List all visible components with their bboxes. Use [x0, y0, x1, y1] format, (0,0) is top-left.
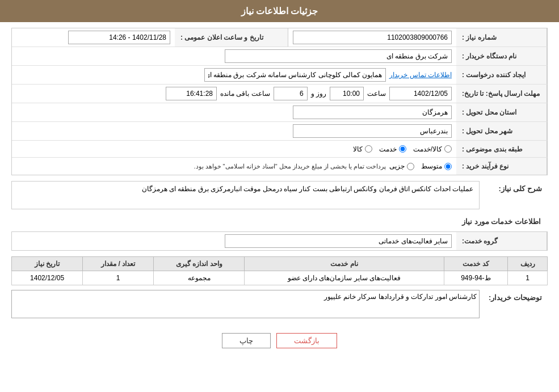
reply-time-input[interactable]: [330, 87, 364, 100]
services-table-section: ردیف کد خدمت نام خدمت واحد اندازه گیری ت…: [11, 256, 548, 285]
row-reply-deadline: مهلت ارسال پاسخ: تا تاریخ: ساعت روز و سا…: [12, 85, 547, 103]
cell-unit: مجموعه: [154, 271, 245, 285]
reply-days-input[interactable]: [274, 87, 308, 100]
cell-code: ط-94-949: [444, 271, 508, 285]
process-radio-motavasset-label: متوسط: [421, 162, 442, 170]
reply-remaining-input[interactable]: [166, 87, 217, 100]
requester-contact-link[interactable]: اطلاعات تماس خریدار: [389, 71, 452, 79]
col-header-unit: واحد اندازه گیری: [154, 257, 245, 271]
cell-row: 1: [508, 271, 548, 285]
service-group-input[interactable]: [225, 234, 452, 248]
reply-time-label: ساعت: [367, 90, 386, 98]
process-radio-motavasset: متوسط: [421, 162, 452, 170]
delivery-province-label: استان محل تحویل :: [456, 103, 547, 121]
col-header-row: ردیف: [508, 257, 548, 271]
footer-buttons: بازگشت چاپ: [11, 324, 548, 357]
buyer-desc-label: توضیحات خریدار:: [480, 290, 548, 305]
reply-date-input[interactable]: [389, 87, 452, 100]
process-radio-jozi: جزیی: [389, 162, 414, 170]
delivery-city-input[interactable]: [293, 124, 452, 138]
reply-deadline-label: مهلت ارسال پاسخ: تا تاریخ:: [456, 85, 547, 103]
general-desc-section: شرح کلی نیاز: عملیات احداث کانکس اتاق فر…: [11, 181, 548, 209]
service-group-value: [12, 232, 456, 250]
requester-label: ایجاد کننده درخواست :: [456, 66, 547, 84]
table-header-row: ردیف کد خدمت نام خدمت واحد اندازه گیری ت…: [12, 257, 548, 271]
main-form: شماره نیاز : تاریخ و ساعت اعلان عمومی : …: [11, 28, 548, 175]
general-desc-label: شرح کلی نیاز:: [480, 181, 548, 196]
row-delivery-city: شهر محل تحویل :: [12, 122, 547, 141]
subject-radio-kala-khadamat-input[interactable]: [444, 145, 452, 153]
col-header-code: کد خدمت: [444, 257, 508, 271]
subject-radio-khadamat: خدمت: [379, 145, 406, 153]
process-radio-motavasset-input[interactable]: [444, 163, 452, 170]
buyer-org-value: [12, 47, 456, 65]
subject-label: طبقه بندی موضوعی :: [456, 141, 547, 157]
reply-deadline-value: ساعت روز و ساعت باقی مانده: [12, 85, 456, 103]
requester-input[interactable]: [204, 68, 386, 82]
process-radio-jozi-label: جزیی: [389, 162, 405, 170]
announce-date-label: تاریخ و ساعت اعلان عمومی :: [175, 28, 288, 47]
buyer-org-label: نام دستگاه خریدار :: [456, 47, 547, 65]
need-number-value: [288, 28, 456, 47]
general-desc-value: عملیات احداث کانکس اتاق فرمان وکانکس ارت…: [11, 181, 480, 209]
subject-value: کالا/خدمت خدمت کالا: [12, 143, 456, 155]
subject-radio-kala-input[interactable]: [365, 145, 372, 153]
col-header-name: نام خدمت: [245, 257, 444, 271]
row-process-type: نوع فرآیند خرید : متوسط جزیی پرداخت تمام…: [12, 158, 547, 175]
need-number-label: شماره نیاز :: [456, 28, 547, 47]
row-subject: طبقه بندی موضوعی : کالا/خدمت خدمت: [12, 141, 547, 158]
back-button[interactable]: بازگشت: [276, 333, 337, 348]
subject-radio-kala: کالا: [353, 145, 372, 153]
subject-radio-khadamat-label: خدمت: [379, 145, 397, 153]
subject-radio-kala-khadamat: کالا/خدمت: [413, 145, 452, 153]
row-service-group: گروه خدمت:: [12, 232, 547, 250]
cell-name: فعالیت‌های سایر سازمان‌های دارای عضو: [245, 271, 444, 285]
requester-value: اطلاعات تماس خریدار: [12, 66, 456, 84]
process-type-label: نوع فرآیند خرید :: [456, 158, 547, 175]
row-need-number: شماره نیاز : تاریخ و ساعت اعلان عمومی :: [12, 28, 547, 47]
reply-days-label: روز و: [311, 90, 326, 98]
cell-date: 1402/12/05: [12, 271, 83, 285]
delivery-city-label: شهر محل تحویل :: [456, 122, 547, 140]
row-requester: ایجاد کننده درخواست : اطلاعات تماس خریدا…: [12, 66, 547, 85]
service-group-label: گروه خدمت:: [456, 232, 547, 250]
services-table: ردیف کد خدمت نام خدمت واحد اندازه گیری ت…: [11, 256, 548, 285]
col-header-qty: تعداد / مقدار: [83, 257, 154, 271]
announce-date-input[interactable]: [68, 31, 170, 44]
col-header-date: تاریخ نیاز: [12, 257, 83, 271]
services-table-body: 1 ط-94-949 فعالیت‌های سایر سازمان‌های دا…: [12, 271, 548, 285]
service-group-section: گروه خدمت:: [11, 231, 548, 251]
subject-radio-khadamat-input[interactable]: [399, 145, 406, 153]
need-number-input[interactable]: [293, 31, 452, 44]
cell-qty: 1: [83, 271, 154, 285]
process-note: پرداخت تمام یا بخشی از مبلغ خریداز محل "…: [194, 163, 386, 170]
buyer-org-input[interactable]: [225, 49, 452, 63]
buyer-desc-section: توضیحات خریدار:: [11, 290, 548, 320]
table-row: 1 ط-94-949 فعالیت‌های سایر سازمان‌های دا…: [12, 271, 548, 285]
process-radio-group: متوسط جزیی: [389, 162, 452, 170]
delivery-province-value: [12, 103, 456, 121]
buyer-desc-textarea[interactable]: [11, 290, 480, 318]
page-title: جزئیات اطلاعات نیاز: [241, 6, 318, 16]
delivery-province-input[interactable]: [293, 106, 452, 119]
subject-radio-kala-label: کالا: [353, 145, 363, 153]
page-header: جزئیات اطلاعات نیاز: [0, 0, 559, 22]
subject-radio-kala-khadamat-label: کالا/خدمت: [413, 145, 442, 153]
process-type-value: متوسط جزیی پرداخت تمام یا بخشی از مبلغ خ…: [12, 160, 456, 172]
reply-remaining-label: ساعت باقی مانده: [220, 90, 270, 98]
services-info-title: اطلاعات خدمات مورد نیاز: [11, 214, 548, 229]
delivery-city-value: [12, 122, 456, 140]
subject-radio-group: کالا/خدمت خدمت کالا: [353, 145, 452, 153]
page-container: جزئیات اطلاعات نیاز شماره نیاز : تاریخ و…: [0, 0, 559, 392]
row-buyer-org: نام دستگاه خریدار :: [12, 47, 547, 66]
content-area: شماره نیاز : تاریخ و ساعت اعلان عمومی : …: [0, 22, 559, 363]
buyer-desc-container: [11, 290, 480, 320]
print-button[interactable]: چاپ: [222, 333, 271, 348]
process-radio-jozi-input[interactable]: [407, 163, 414, 170]
row-delivery-province: استان محل تحویل :: [12, 103, 547, 122]
announce-date-value: [12, 28, 175, 47]
